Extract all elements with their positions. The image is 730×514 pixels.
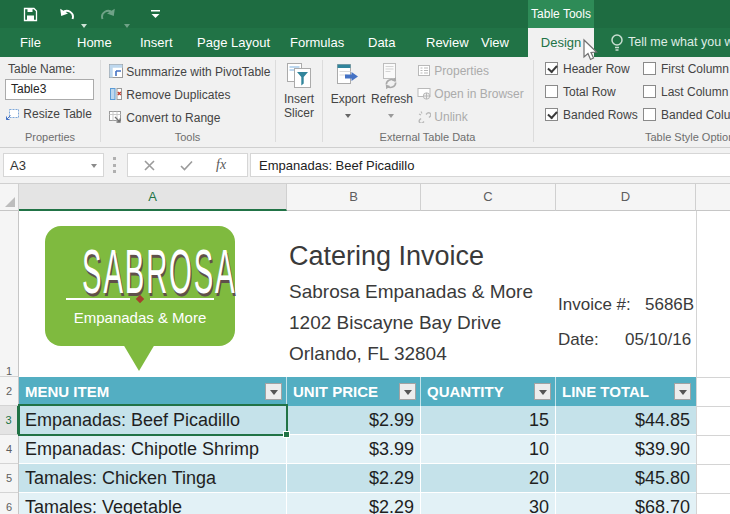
column-header-b[interactable]: B: [287, 184, 421, 211]
cancel-icon[interactable]: [144, 160, 155, 171]
convert-to-range-button[interactable]: Convert to Range: [109, 110, 220, 125]
filter-button-quantity[interactable]: [534, 383, 551, 400]
invoice-date-label-cell[interactable]: Date:: [558, 330, 599, 350]
group-caption-properties: Properties: [0, 131, 100, 143]
formula-input[interactable]: Empanadas: Beef Picadillo: [250, 153, 730, 177]
checkbox-box: [643, 85, 656, 98]
excel-window: Table Tools File Home Insert Page Layout…: [0, 0, 730, 514]
column-header-c[interactable]: C: [421, 184, 556, 211]
header-text: LINE TOTAL: [562, 383, 649, 400]
qat-customize-icon[interactable]: [150, 10, 161, 19]
undo-icon[interactable]: [58, 7, 75, 21]
insert-slicer-button[interactable]: Insert Slicer: [279, 62, 319, 120]
cell-d5[interactable]: $45.80: [556, 464, 696, 493]
invoice-date-value-cell[interactable]: 05/10/16: [625, 330, 691, 350]
checkbox-box: [545, 62, 558, 75]
resize-table-button[interactable]: Resize Table: [6, 107, 92, 121]
remove-duplicates-button[interactable]: Remove Duplicates: [109, 87, 230, 102]
cell-d3[interactable]: $44.85: [556, 406, 696, 435]
cell-a3[interactable]: Empanadas: Beef Picadillo: [19, 406, 287, 435]
first-column-label: First Column: [661, 62, 729, 76]
refresh-button[interactable]: Refresh: [371, 62, 411, 121]
column-header-e[interactable]: [696, 184, 730, 211]
tab-formulas[interactable]: Formulas: [290, 28, 344, 57]
logo-divider-left: [66, 298, 130, 300]
gridline: [696, 493, 730, 494]
invoice-city-cell[interactable]: Orlando, FL 32804: [289, 343, 447, 365]
cell-b3[interactable]: $2.99: [287, 406, 421, 435]
row-header-6[interactable]: 6: [0, 493, 19, 514]
group-divider: [100, 60, 101, 142]
tab-page-layout[interactable]: Page Layout: [197, 28, 270, 57]
row-header-3[interactable]: 3: [0, 406, 19, 435]
resize-table-label: Resize Table: [23, 107, 91, 121]
refresh-label: Refresh: [371, 92, 411, 106]
cell-a5[interactable]: Tamales: Chicken Tinga: [19, 464, 287, 493]
row-header-4[interactable]: 4: [0, 435, 19, 464]
name-box-dropdown-icon[interactable]: [91, 164, 97, 168]
table-header-menu-item[interactable]: MENU ITEM: [19, 377, 287, 406]
cell-c5[interactable]: 20: [421, 464, 556, 493]
cell-c6[interactable]: 30: [421, 493, 556, 514]
fx-icon[interactable]: fx: [216, 157, 226, 173]
cell-b4[interactable]: $3.99: [287, 435, 421, 464]
tab-data[interactable]: Data: [368, 28, 395, 57]
column-header-a[interactable]: A: [19, 184, 287, 211]
summarize-with-pivottable-button[interactable]: Summarize with PivotTable: [109, 64, 270, 79]
refresh-icon: [378, 62, 404, 89]
cell-c3[interactable]: 15: [421, 406, 556, 435]
enter-icon[interactable]: [180, 160, 193, 171]
fill-handle[interactable]: [283, 431, 290, 438]
tab-review[interactable]: Review: [426, 28, 469, 57]
open-in-browser-button-disabled: Open in Browser: [417, 87, 524, 101]
invoice-company-cell[interactable]: Sabrosa Empanadas & More: [289, 281, 533, 303]
filter-button-unit-price[interactable]: [399, 383, 416, 400]
tab-view[interactable]: View: [481, 28, 509, 57]
save-icon[interactable]: [23, 7, 38, 22]
filter-button-menu-item[interactable]: [265, 383, 282, 400]
header-text: MENU ITEM: [25, 383, 109, 400]
checkbox-box: [643, 62, 656, 75]
tab-file[interactable]: File: [20, 28, 41, 57]
insert-slicer-icon: [286, 62, 312, 89]
cell-b5[interactable]: $2.29: [287, 464, 421, 493]
select-all-corner[interactable]: [0, 184, 19, 211]
table-name-input[interactable]: Table3: [5, 79, 94, 100]
row-header-2[interactable]: 2: [0, 377, 19, 406]
gridline: [696, 377, 730, 378]
name-box[interactable]: A3: [3, 153, 104, 177]
group-caption-external: External Table Data: [322, 131, 533, 143]
row-header-5[interactable]: 5: [0, 464, 19, 493]
cell-a4[interactable]: Empanadas: Chipotle Shrimp: [19, 435, 287, 464]
invoice-number-value-cell[interactable]: 5686B: [645, 295, 694, 315]
checkbox-box: [643, 108, 656, 121]
unlink-button-disabled: Unlink: [417, 110, 468, 124]
title-bar: Table Tools: [0, 0, 730, 28]
properties-label: Properties: [434, 64, 489, 78]
insert-slicer-label2: Slicer: [279, 106, 319, 120]
invoice-title-cell[interactable]: Catering Invoice: [289, 241, 484, 272]
gridline-col-e: [696, 211, 697, 514]
cell-d6[interactable]: $68.70: [556, 493, 696, 514]
export-button[interactable]: Export: [328, 62, 368, 121]
row-header-1[interactable]: 1: [0, 211, 19, 377]
tell-me-box[interactable]: Tell me what you w: [628, 28, 730, 57]
remove-duplicates-icon: [109, 87, 123, 101]
cell-d4[interactable]: $39.90: [556, 435, 696, 464]
logo-bubble-tail: [123, 344, 155, 371]
tab-insert[interactable]: Insert: [140, 28, 173, 57]
tab-home[interactable]: Home: [77, 28, 112, 57]
resize-table-icon: [6, 107, 20, 120]
logo-divider-right: [150, 298, 214, 300]
filter-button-line-total[interactable]: [674, 383, 691, 400]
invoice-number-label-cell[interactable]: Invoice #:: [558, 295, 631, 315]
cell-b6[interactable]: $2.29: [287, 493, 421, 514]
header-row-label: Header Row: [563, 62, 630, 76]
column-header-d[interactable]: D: [556, 184, 696, 211]
remove-duplicates-label: Remove Duplicates: [126, 88, 230, 102]
formula-bar: A3 fx Empanadas: Beef Picadillo: [0, 148, 730, 184]
convert-to-range-icon: [109, 110, 123, 124]
invoice-address-cell[interactable]: 1202 Biscayne Bay Drive: [289, 312, 501, 334]
cell-a6[interactable]: Tamales: Vegetable: [19, 493, 287, 514]
cell-c4[interactable]: 10: [421, 435, 556, 464]
